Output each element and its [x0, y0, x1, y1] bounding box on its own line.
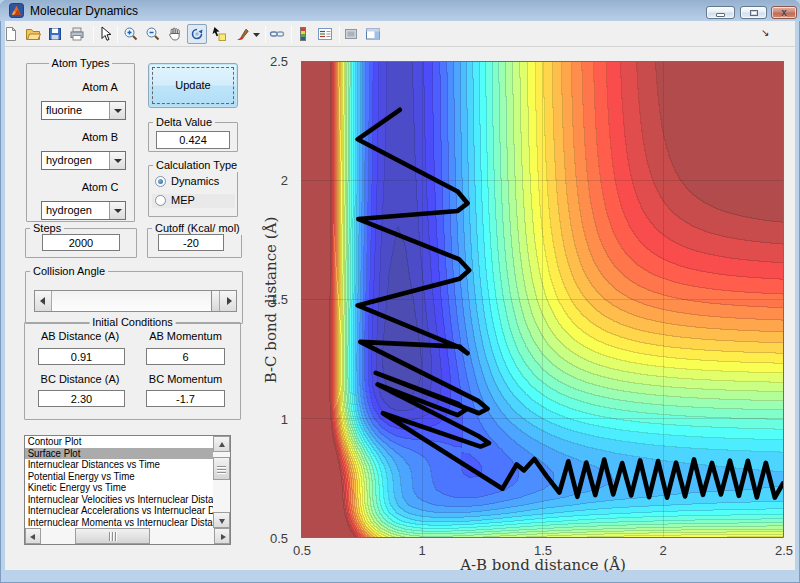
save-figure-icon	[47, 26, 63, 42]
hide-plot-tools-icon	[343, 26, 359, 42]
atom-c-combo[interactable]: hydrogen	[41, 201, 126, 220]
window-titlebar[interactable]: Molecular Dynamics	[0, 0, 800, 21]
cutoff-input[interactable]	[158, 234, 224, 251]
vscroll-thumb[interactable]	[213, 457, 230, 480]
close-icon: x	[772, 7, 796, 19]
save-figure-button[interactable]	[45, 24, 65, 44]
combo-arrow-icon[interactable]	[109, 102, 125, 119]
ab-momentum-label: AB Momentum	[146, 330, 225, 342]
radio-dynamics-label: Dynamics	[171, 175, 219, 187]
y-tick-label: 2	[260, 173, 288, 188]
arrow-left-icon	[30, 534, 35, 540]
rotate-3d-button[interactable]	[187, 24, 207, 44]
slider-right-arrow[interactable]	[219, 291, 236, 311]
brush-button[interactable]	[233, 24, 253, 44]
window-title: Molecular Dynamics	[30, 4, 138, 18]
steps-input[interactable]	[42, 234, 120, 251]
toolbar-separator	[291, 26, 292, 43]
bc-distance-input[interactable]	[38, 390, 125, 407]
insert-legend-button[interactable]	[315, 24, 335, 44]
radio-mep-label: MEP	[171, 194, 195, 206]
atom-types-title: Atom Types	[49, 57, 113, 70]
pan-button[interactable]	[165, 24, 185, 44]
arrow-down-icon	[219, 519, 225, 524]
maximize-button[interactable]	[740, 6, 767, 19]
radio-dynamics[interactable]	[155, 176, 166, 187]
open-file-button[interactable]	[23, 24, 43, 44]
show-plot-tools-button[interactable]	[363, 24, 383, 44]
scroll-right-button[interactable]	[214, 528, 230, 544]
atom-a-combo[interactable]: fluorine	[41, 101, 126, 120]
atom-a-label: Atom A	[55, 81, 145, 93]
combo-arrow-icon[interactable]	[109, 202, 125, 219]
initial-conditions-title: Initial Conditions	[89, 316, 176, 329]
open-file-icon	[25, 26, 41, 42]
zoom-out-icon	[145, 26, 161, 42]
data-cursor-button[interactable]	[209, 24, 229, 44]
collision-angle-title: Collision Angle	[30, 265, 108, 278]
plot-type-listbox[interactable]: Contour PlotSurface PlotInternuclear Dis…	[24, 435, 231, 545]
delta-value-input[interactable]	[156, 131, 230, 149]
hide-plot-tools-button[interactable]	[341, 24, 361, 44]
print-figure-icon	[69, 26, 85, 42]
combo-arrow-icon[interactable]	[109, 152, 125, 169]
arrow-up-icon	[219, 442, 225, 447]
scroll-up-button[interactable]	[213, 436, 230, 452]
toolbar-separator	[93, 26, 94, 43]
x-axis-label: A-B bond distance (Å)	[460, 556, 626, 574]
hscroll-thumb[interactable]	[75, 528, 150, 544]
zoom-in-button[interactable]	[121, 24, 141, 44]
print-figure-button[interactable]	[67, 24, 87, 44]
scroll-down-button[interactable]	[213, 512, 230, 528]
bc-momentum-label: BC Momentum	[146, 373, 225, 385]
zoom-out-button[interactable]	[143, 24, 163, 44]
y-axis-label: B-C bond distance (Å)	[262, 217, 280, 384]
close-button[interactable]: x	[771, 6, 797, 19]
atom-c-label: Atom C	[55, 181, 145, 193]
y-tick-label: 2.5	[260, 54, 288, 69]
collision-angle-slider[interactable]	[34, 290, 237, 312]
rotate-3d-icon	[189, 26, 205, 42]
x-tick-label: 1	[418, 543, 425, 558]
new-figure-icon	[3, 26, 19, 42]
calculation-type-panel: Calculation Type	[148, 165, 238, 217]
matlab-icon	[9, 3, 24, 18]
toolbar-separator	[265, 26, 266, 43]
new-figure-button[interactable]	[1, 24, 21, 44]
y-tick-label: 0.5	[260, 531, 288, 546]
listbox-hscrollbar[interactable]	[25, 528, 230, 544]
ab-distance-input[interactable]	[38, 348, 125, 365]
minimize-icon	[716, 13, 725, 17]
atom-b-label: Atom B	[55, 131, 145, 143]
arrow-right-icon	[221, 534, 226, 540]
pan-icon	[167, 26, 183, 42]
contour-plot[interactable]	[301, 61, 784, 538]
list-item[interactable]: Internuclear Momenta vs Internuclear Dis…	[25, 517, 213, 529]
insert-colorbar-icon	[295, 26, 311, 42]
toolbar-overflow-icon[interactable]: ↘	[761, 27, 769, 38]
bc-momentum-input[interactable]	[146, 390, 225, 407]
x-tick-label: 0.5	[293, 543, 311, 558]
delta-value-title: Delta Value	[153, 116, 215, 129]
bc-distance-label: BC Distance (A)	[34, 373, 126, 385]
brush-icon	[235, 26, 251, 42]
minimize-button[interactable]	[706, 6, 735, 19]
calculation-type-title: Calculation Type	[153, 159, 240, 172]
radio-mep[interactable]	[155, 195, 166, 206]
maximize-icon	[750, 10, 758, 16]
link-plots-button[interactable]	[267, 24, 287, 44]
edit-plot-button[interactable]	[95, 24, 115, 44]
ab-momentum-input[interactable]	[146, 348, 225, 365]
scroll-left-button[interactable]	[25, 528, 41, 544]
y-tick-label: 1	[260, 412, 288, 427]
toolbar-separator	[339, 26, 340, 43]
x-tick-label: 2	[659, 543, 666, 558]
edit-plot-icon	[97, 26, 113, 42]
insert-colorbar-button[interactable]	[293, 24, 313, 44]
slider-left-arrow[interactable]	[35, 291, 52, 311]
atom-b-combo[interactable]: hydrogen	[41, 151, 126, 170]
brush-dropdown[interactable]	[251, 24, 262, 44]
listbox-vscrollbar[interactable]	[213, 436, 230, 528]
data-cursor-icon	[211, 26, 227, 42]
update-button[interactable]: Update	[148, 63, 238, 108]
